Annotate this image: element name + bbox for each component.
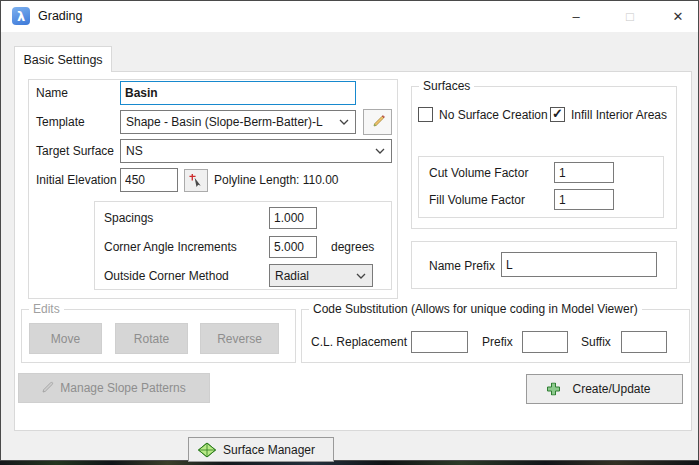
template-value: Shape - Basin (Slope-Berm-Batter)-L [126, 115, 323, 129]
no-surface-creation-label: No Surface Creation [439, 108, 548, 122]
name-prefix-input[interactable] [501, 252, 657, 277]
template-label: Template [36, 115, 85, 129]
no-surface-creation-checkbox[interactable] [418, 107, 433, 122]
code-substitution-group-title: Code Substitution (Allows for unique cod… [309, 302, 642, 316]
degrees-unit-label: degrees [331, 240, 374, 254]
surfaces-group-title: Surfaces [419, 79, 474, 93]
target-surface-label: Target Surface [36, 144, 114, 158]
infill-interior-areas-label: Infill Interior Areas [571, 108, 667, 122]
rotate-button[interactable]: Rotate [115, 323, 188, 354]
surface-manager-button[interactable]: Surface Manager [188, 437, 334, 462]
suffix-input[interactable] [621, 331, 667, 353]
edit-template-button[interactable] [363, 109, 392, 135]
corner-angle-increments-input[interactable] [269, 236, 317, 258]
grading-dialog: λ Grading – □ ✕ Basic Settings Name Temp… [0, 0, 699, 465]
fill-volume-factor-input[interactable] [554, 189, 614, 210]
create-update-label: Create/Update [572, 382, 650, 396]
desktop-background-sliver [0, 461, 699, 465]
manage-slope-patterns-button[interactable]: Manage Slope Patterns [18, 373, 210, 403]
maximize-button[interactable]: □ [608, 1, 652, 32]
tab-basic-settings[interactable]: Basic Settings [14, 46, 112, 72]
spacings-label: Spacings [104, 211, 153, 225]
chevron-down-icon [356, 273, 366, 279]
edits-group-title: Edits [29, 302, 64, 316]
cl-replacement-input[interactable] [411, 331, 468, 353]
cut-volume-factor-input[interactable] [554, 162, 614, 183]
close-button[interactable]: ✕ [656, 1, 699, 32]
bricscad-logo-icon: λ [12, 7, 30, 25]
plus-icon [547, 383, 560, 396]
title-bar[interactable]: λ Grading – □ ✕ [1, 1, 698, 32]
move-button[interactable]: Move [29, 323, 102, 354]
chevron-down-icon [339, 119, 349, 125]
window-title: Grading [38, 9, 82, 23]
cut-volume-factor-label: Cut Volume Factor [429, 166, 528, 180]
surface-manager-label: Surface Manager [223, 443, 315, 457]
prefix-input[interactable] [522, 331, 568, 353]
reverse-button[interactable]: Reverse [200, 323, 279, 354]
prefix-label: Prefix [482, 335, 513, 349]
target-surface-dropdown[interactable]: NS [120, 139, 392, 163]
outside-corner-method-value: Radial [275, 269, 309, 283]
initial-elevation-input[interactable] [120, 168, 178, 192]
pick-elevation-button[interactable] [184, 169, 208, 192]
minimize-button[interactable]: – [554, 1, 598, 32]
pencil-icon [370, 114, 386, 130]
name-input[interactable] [120, 81, 356, 105]
template-dropdown[interactable]: Shape - Basin (Slope-Berm-Batter)-L [120, 110, 356, 134]
name-label: Name [36, 86, 68, 100]
cl-replacement-label: C.L. Replacement [311, 335, 407, 349]
surface-icon [198, 442, 216, 457]
spacings-input[interactable] [269, 207, 317, 229]
initial-elevation-label: Initial Elevation [36, 173, 117, 187]
corner-angle-increments-label: Corner Angle Increments [104, 240, 237, 254]
target-surface-value: NS [126, 144, 143, 158]
chevron-down-icon [375, 148, 385, 154]
fill-volume-factor-label: Fill Volume Factor [429, 193, 525, 207]
suffix-label: Suffix [581, 335, 611, 349]
dialog-window: λ Grading – □ ✕ Basic Settings Name Temp… [0, 0, 699, 461]
create-update-button[interactable]: Create/Update [526, 374, 683, 404]
infill-interior-areas-checkbox[interactable] [550, 107, 565, 122]
manage-slope-patterns-label: Manage Slope Patterns [60, 381, 185, 395]
pick-point-icon [189, 173, 204, 188]
outside-corner-method-label: Outside Corner Method [104, 269, 229, 283]
name-prefix-label: Name Prefix [429, 259, 495, 273]
outside-corner-method-dropdown[interactable]: Radial [269, 264, 373, 287]
polyline-length-text: Polyline Length: 110.00 [214, 173, 339, 187]
pencil-icon [39, 380, 55, 396]
